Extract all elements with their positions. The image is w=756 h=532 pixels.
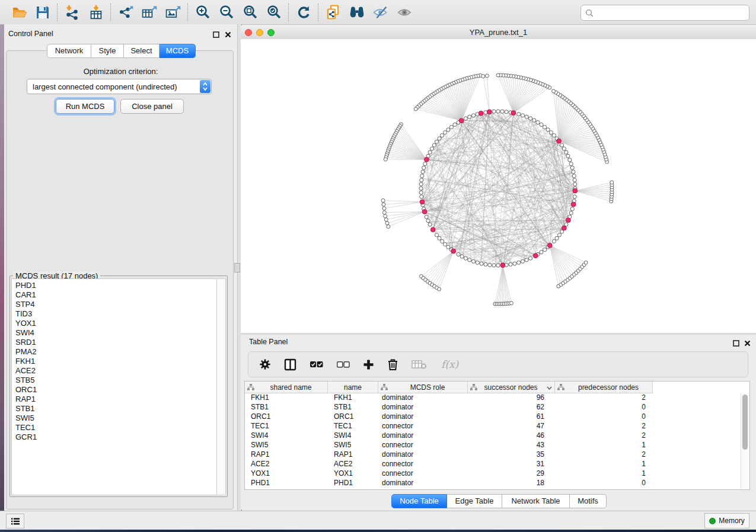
cell-predecessor-nodes[interactable]: 1 — [555, 469, 653, 477]
cell-name[interactable]: TEC1 — [328, 422, 378, 430]
optimization-criterion-select[interactable]: largest connected component (undirected) — [27, 79, 212, 94]
cell-MCDS-role[interactable]: connector — [378, 460, 468, 468]
network-search-box[interactable] — [580, 5, 749, 21]
search-input[interactable] — [596, 7, 749, 20]
cell-successor-nodes[interactable]: 29 — [468, 469, 555, 477]
satellite-nodes[interactable] — [381, 73, 614, 306]
mcds-result-item[interactable]: GCR1 — [15, 432, 217, 442]
cell-shared-name[interactable]: STB1 — [245, 403, 328, 411]
mcds-result-item[interactable]: YOX1 — [15, 319, 217, 328]
splitter-collapse-handle[interactable] — [234, 263, 240, 273]
mcds-result-item[interactable]: SRD1 — [15, 338, 217, 347]
float-panel-icon[interactable] — [213, 30, 221, 37]
table-row[interactable]: RAP1RAP1dominator352 — [245, 450, 741, 459]
cell-MCDS-role[interactable]: connector — [378, 422, 468, 430]
cell-name[interactable]: FKH1 — [328, 393, 378, 402]
zoom-out-icon[interactable] — [218, 4, 235, 21]
column-header-shared-name[interactable]: shared name — [245, 382, 328, 393]
mcds-result-item[interactable]: TEC1 — [15, 423, 217, 432]
mcds-result-item[interactable]: FKH1 — [15, 357, 217, 366]
cell-name[interactable]: ACE2 — [328, 460, 378, 468]
cell-MCDS-role[interactable]: dominator — [378, 412, 468, 421]
cell-shared-name[interactable]: SWI5 — [245, 441, 328, 449]
clone-network-icon[interactable] — [325, 4, 342, 21]
mcds-result-item[interactable]: STB5 — [15, 376, 217, 385]
show-columns-icon[interactable] — [284, 358, 296, 371]
run-mcds-button[interactable]: Run MCDS — [56, 99, 114, 114]
mcds-result-scrollbar[interactable] — [216, 278, 226, 495]
cell-shared-name[interactable]: YOX1 — [245, 469, 328, 477]
table-row[interactable]: FKH1FKH1dominator962 — [245, 393, 741, 402]
cell-name[interactable]: RAP1 — [328, 450, 378, 459]
mcds-result-item[interactable]: TID3 — [15, 309, 217, 319]
tab-network-table[interactable]: Network Table — [502, 494, 570, 508]
tab-motifs[interactable]: Motifs — [570, 494, 607, 508]
ring-nodes[interactable] — [419, 110, 577, 267]
memory-button[interactable]: Memory — [704, 513, 749, 528]
mcds-result-item[interactable]: ORC1 — [15, 385, 217, 395]
import-table-from-file-icon[interactable] — [88, 4, 104, 21]
cell-predecessor-nodes[interactable]: 2 — [555, 422, 653, 430]
cell-predecessor-nodes[interactable]: 2 — [555, 450, 653, 459]
cell-predecessor-nodes[interactable]: 2 — [555, 431, 653, 440]
export-table-icon[interactable] — [141, 4, 158, 21]
column-header-MCDS-role[interactable]: MCDS role — [378, 382, 468, 393]
column-header-name[interactable]: name — [328, 382, 378, 393]
mcds-result-item[interactable]: PMA2 — [15, 347, 217, 357]
cell-name[interactable]: STB1 — [328, 403, 378, 411]
save-session-icon[interactable] — [34, 4, 51, 21]
mcds-result-item[interactable]: ACE2 — [15, 366, 217, 376]
task-history-button[interactable] — [6, 514, 24, 528]
cell-shared-name[interactable]: SWI4 — [245, 431, 328, 440]
close-panel-icon[interactable] — [225, 30, 232, 37]
cell-successor-nodes[interactable]: 18 — [468, 479, 555, 487]
column-header-predecessor-nodes[interactable]: predecessor nodes — [555, 382, 653, 393]
tab-style[interactable]: Style — [91, 44, 124, 58]
mcds-result-item[interactable]: PHD1 — [15, 281, 217, 290]
cell-predecessor-nodes[interactable]: 1 — [555, 441, 653, 449]
cell-name[interactable]: SWI5 — [328, 441, 378, 449]
cell-name[interactable]: SWI4 — [328, 431, 378, 440]
table-row[interactable]: STB1STB1dominator620 — [245, 402, 741, 412]
table-row[interactable]: TEC1TEC1connector472 — [245, 421, 741, 431]
node-table[interactable]: shared namenameMCDS rolesuccessor nodesp… — [244, 381, 750, 490]
cell-shared-name[interactable]: ORC1 — [245, 412, 328, 421]
cell-successor-nodes[interactable]: 31 — [468, 460, 555, 468]
cell-successor-nodes[interactable]: 96 — [468, 393, 555, 402]
tab-mcds[interactable]: MCDS — [160, 44, 196, 58]
mcds-result-item[interactable]: STB1 — [15, 404, 217, 414]
cell-shared-name[interactable]: FKH1 — [245, 393, 328, 402]
cell-predecessor-nodes[interactable]: 0 — [555, 403, 653, 411]
table-settings-gear-icon[interactable] — [259, 358, 271, 370]
cell-predecessor-nodes[interactable]: 0 — [555, 479, 653, 487]
cell-MCDS-role[interactable]: connector — [378, 441, 468, 449]
close-panel-button[interactable]: Close panel — [120, 99, 184, 114]
deselect-all-rows-icon[interactable] — [336, 361, 350, 368]
zoom-in-icon[interactable] — [194, 4, 211, 21]
first-neighbors-icon[interactable] — [349, 4, 365, 21]
tab-edge-table[interactable]: Edge Table — [447, 494, 502, 508]
cell-successor-nodes[interactable]: 61 — [468, 412, 555, 421]
refresh-network-view-icon[interactable] — [295, 4, 312, 21]
float-table-panel-icon[interactable] — [733, 338, 741, 346]
table-scrollbar-thumb[interactable] — [742, 395, 748, 450]
cell-successor-nodes[interactable]: 43 — [468, 441, 555, 449]
add-column-icon[interactable] — [363, 359, 374, 370]
cell-MCDS-role[interactable]: dominator — [378, 450, 468, 459]
cell-shared-name[interactable]: PHD1 — [245, 479, 328, 487]
tab-network[interactable]: Network — [47, 44, 91, 58]
mcds-result-list[interactable]: PHD1CAR1STP4TID3YOX1SWI4SRD1PMA2FKH1ACE2… — [11, 278, 218, 495]
table-row[interactable]: ORC1ORC1dominator610 — [245, 412, 741, 421]
cell-MCDS-role[interactable]: dominator — [378, 393, 468, 402]
mcds-result-item[interactable]: SWI5 — [15, 414, 217, 423]
table-row[interactable]: YOX1YOX1connector291 — [245, 469, 741, 478]
tab-node-table[interactable]: Node Table — [391, 494, 447, 508]
cell-predecessor-nodes[interactable]: 0 — [555, 412, 653, 421]
cell-name[interactable]: ORC1 — [328, 412, 378, 421]
cell-MCDS-role[interactable]: connector — [378, 469, 468, 477]
zoom-fit-content-icon[interactable] — [242, 4, 259, 21]
close-table-panel-icon[interactable] — [744, 338, 752, 346]
table-scrollbar[interactable] — [741, 393, 749, 489]
table-row[interactable]: SWI5SWI5connector431 — [245, 440, 741, 450]
mcds-result-item[interactable]: RAP1 — [15, 395, 217, 404]
